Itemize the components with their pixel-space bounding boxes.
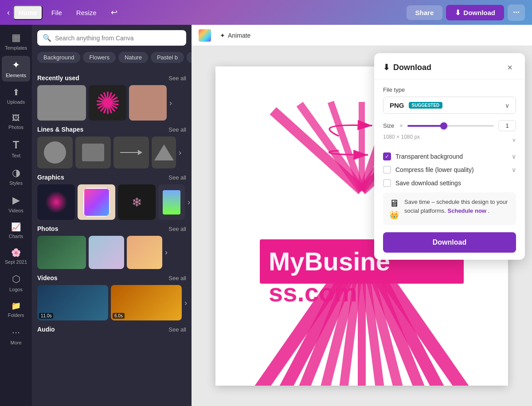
panel-close-button[interactable]: × [504, 61, 516, 74]
compress-info-icon: ∨ [512, 166, 516, 173]
photo-1[interactable] [37, 236, 86, 269]
sidebar-item-styles[interactable]: ◑ Styles [2, 164, 30, 189]
undo-button[interactable]: ↩ [106, 5, 123, 20]
video-2[interactable]: 6.0s [111, 285, 182, 320]
videos-items: 11.0s 6.0s › [37, 285, 186, 320]
download-main-button[interactable]: Download [383, 232, 516, 253]
photos-see-all[interactable]: See all [168, 226, 186, 232]
sidebar-item-uploads[interactable]: ⬆ Uploads [2, 83, 30, 108]
search-input[interactable] [55, 35, 181, 42]
sidebar-item-folders[interactable]: 📁 Folders [2, 297, 30, 321]
graphic-snowflakes[interactable]: ❄ [118, 184, 156, 220]
graphic-gradient-orb[interactable] [158, 184, 185, 220]
size-slider-thumb[interactable] [440, 122, 447, 129]
home-button[interactable]: Home [13, 5, 43, 20]
size-slider-wrap [407, 125, 494, 127]
photo-3[interactable] [127, 236, 162, 269]
recently-used-more-arrow[interactable]: › [169, 98, 172, 108]
back-arrow-icon[interactable]: ‹ [7, 8, 10, 17]
sidebar-item-photos[interactable]: 🖼 Photos [2, 110, 30, 133]
text-icon: T [13, 139, 20, 151]
animate-button[interactable]: ✦ Animate [216, 30, 254, 41]
more-options-button[interactable]: ··· [508, 4, 525, 21]
transparent-bg-row: ✓ Transparent background ∨ [383, 152, 516, 160]
lines-shapes-header: Lines & Shapes See all [37, 126, 186, 133]
recently-used-item-2[interactable] [89, 85, 126, 121]
suggested-badge: SUGGESTED [409, 102, 443, 109]
filter-chip-pastel[interactable]: Pastel b [151, 52, 184, 63]
video-1[interactable]: 11.0s [37, 285, 108, 320]
graphic-stamp[interactable] [78, 184, 115, 220]
graphic-glow[interactable] [37, 184, 75, 220]
folders-icon: 📁 [11, 301, 21, 311]
color-picker-button[interactable] [199, 29, 211, 42]
compress-label: Compress file (lower quality) [395, 166, 474, 173]
filter-chips-more-arrow[interactable]: › [187, 52, 192, 63]
shape-circle[interactable] [37, 137, 73, 168]
search-input-wrap[interactable]: 🔍 [37, 30, 186, 46]
promo-phone-icon: 👑 [389, 210, 399, 220]
size-x-label: × [399, 122, 403, 129]
photos-icon: 🖼 [12, 113, 20, 123]
size-dimensions: 1080 × 1080 px [383, 134, 420, 140]
shape-rect[interactable] [75, 137, 111, 168]
file-button[interactable]: File [46, 6, 67, 19]
save-settings-checkbox[interactable] [383, 179, 391, 187]
sidebar-item-elements[interactable]: ✦ Elements [2, 56, 30, 82]
sidebar-item-templates[interactable]: ▦ Templates [2, 28, 30, 54]
filter-chip-flowers[interactable]: Flowers [83, 52, 116, 63]
compress-row: Compress file (lower quality) ∨ [383, 166, 516, 174]
photos-header: Photos See all [37, 225, 186, 232]
lines-shapes-more-arrow[interactable]: › [179, 148, 181, 157]
panel-title: ⬇ Download [383, 62, 431, 72]
sidebar-item-videos[interactable]: ▶ Videos [2, 191, 30, 217]
sidebar-item-logos[interactable]: ⬡ Logos [2, 270, 30, 296]
videos-header: Videos See all [37, 274, 186, 281]
elements-panel: 🔍 Background Flowers Nature Pastel b › R… [32, 25, 192, 406]
graphics-more-arrow[interactable]: › [188, 198, 190, 207]
compress-checkbox[interactable] [383, 166, 391, 174]
uploads-icon: ⬆ [12, 87, 20, 98]
videos-more-arrow[interactable]: › [184, 298, 187, 308]
sidebar-item-text[interactable]: T Text [2, 135, 30, 162]
recently-used-item-1[interactable] [37, 85, 86, 121]
more-icon: ··· [12, 327, 20, 338]
sidebar-item-more[interactable]: ··· More [2, 323, 30, 349]
size-slider-track[interactable] [407, 125, 494, 127]
filter-chip-nature[interactable]: Nature [118, 52, 148, 63]
transparent-bg-checkbox[interactable]: ✓ [383, 152, 391, 160]
videos-title: Videos [37, 274, 58, 281]
recently-used-item-3[interactable] [129, 85, 167, 121]
canvas-toolbar: ✦ Animate [192, 25, 532, 46]
recently-used-see-all[interactable]: See all [168, 75, 186, 82]
lines-shapes-see-all[interactable]: See all [168, 126, 186, 133]
photo-2[interactable] [89, 236, 124, 269]
download-panel-icon: ⬇ [383, 62, 390, 72]
photos-title: Photos [37, 225, 58, 232]
graphics-items: ❄ › [37, 184, 186, 220]
sidebar-item-charts[interactable]: 📈 Charts [2, 219, 30, 242]
size-collapse-icon[interactable]: ∨ [512, 137, 516, 143]
main-area: ▦ Templates ✦ Elements ⬆ Uploads 🖼 Photo… [0, 25, 532, 406]
shape-triangle[interactable] [152, 137, 176, 168]
transparent-bg-label: Transparent background [395, 153, 463, 160]
videos-see-all[interactable]: See all [168, 275, 186, 281]
filter-chip-background[interactable]: Background [37, 52, 80, 63]
audio-header: Audio See all [37, 326, 186, 333]
shape-line-arrow[interactable] [113, 137, 149, 168]
resize-button[interactable]: Resize [71, 6, 102, 19]
photos-more-arrow[interactable]: › [165, 248, 168, 257]
file-type-left: PNG SUGGESTED [390, 102, 442, 109]
audio-see-all[interactable]: See all [168, 326, 186, 333]
graphics-see-all[interactable]: See all [168, 174, 186, 181]
charts-icon: 📈 [11, 222, 21, 232]
topbar-download-button[interactable]: ⬇ Download [446, 5, 504, 20]
search-icon: 🔍 [43, 34, 51, 42]
size-value[interactable]: 1 [498, 120, 516, 131]
file-type-chevron-icon: ∨ [505, 102, 509, 109]
file-type-dropdown[interactable]: PNG SUGGESTED ∨ [383, 97, 516, 114]
schedule-now-link[interactable]: Schedule now [448, 207, 486, 214]
video-1-duration: 11.0s [39, 313, 53, 319]
sidebar-item-sept2021[interactable]: 🌸 Sept 2021 [2, 244, 30, 268]
share-button[interactable]: Share [407, 5, 443, 20]
